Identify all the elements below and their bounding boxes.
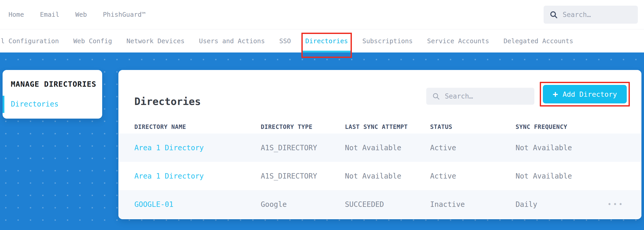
last-sync-attempt-cell: SUCCEEDED [345, 200, 430, 209]
directory-search[interactable] [426, 88, 534, 105]
column-header-directory-name: DIRECTORY NAME [134, 123, 261, 130]
page-title: Directories [134, 96, 201, 107]
annotation-box-add-directory: + Add Directory [540, 82, 630, 107]
last-sync-attempt-cell: Not Available [345, 172, 430, 180]
sync-frequency-cell: Daily [516, 200, 606, 209]
add-directory-button[interactable]: + Add Directory [543, 85, 627, 103]
sync-frequency-cell: Not Available [516, 172, 606, 180]
top-nav-items: HomeEmailWebPhishGuard™ [8, 11, 145, 18]
directory-name-link[interactable]: Area 1 Directory [134, 144, 261, 152]
nav-item-email[interactable]: Email [40, 11, 59, 18]
tab-label: Users and Actions [199, 37, 265, 45]
settings-tab-bar: l ConfigurationWeb ConfigNetwork Devices… [0, 29, 644, 52]
tab-label: Delegated Accounts [503, 37, 573, 45]
tab-service-accounts[interactable]: Service Accounts [427, 29, 489, 52]
column-header-sync-frequency: SYNC FREQUENCY [516, 123, 606, 130]
directories-card: Directories + Add Directory DIRECTO [118, 70, 641, 219]
card-header: Directories + Add Directory [118, 70, 641, 107]
status-cell: Inactive [430, 200, 516, 209]
table-body: Area 1 DirectoryA1S_DIRECTORYNot Availab… [118, 134, 641, 218]
tab-delegated-accounts[interactable]: Delegated Accounts [503, 29, 573, 52]
side-card-items: Directories [3, 98, 102, 110]
nav-item-phishguard[interactable]: PhishGuard™ [103, 11, 146, 18]
table-header: DIRECTORY NAMEDIRECTORY TYPELAST SYNC AT… [118, 120, 641, 134]
status-cell: Active [430, 144, 516, 152]
search-icon [549, 10, 558, 19]
column-header-last-sync-attempt: LAST SYNC ATTEMPT [345, 123, 430, 130]
table-row: Area 1 DirectoryA1S_DIRECTORYNot Availab… [118, 134, 641, 162]
add-directory-button-label: Add Directory [563, 90, 617, 98]
column-header-status: STATUS [430, 123, 516, 130]
nav-item-home[interactable]: Home [8, 11, 24, 18]
active-tab-underline [303, 51, 351, 52]
tab-label: Web Config [73, 37, 112, 45]
tab-label: Directories [305, 37, 348, 45]
directory-search-input[interactable] [445, 92, 529, 100]
tab-label: Network Devices [126, 37, 185, 45]
directory-type-cell: A1S_DIRECTORY [261, 144, 345, 152]
last-sync-attempt-cell: Not Available [345, 144, 430, 152]
global-search[interactable] [544, 6, 638, 24]
plus-icon: + [553, 90, 558, 99]
tab-sso[interactable]: SSO [279, 29, 291, 52]
card-header-actions: + Add Directory [426, 82, 630, 107]
tab-network-devices[interactable]: Network Devices [126, 29, 185, 52]
tab-directories[interactable]: Directories [305, 29, 348, 52]
tab-users-and-actions[interactable]: Users and Actions [199, 29, 265, 52]
top-nav: HomeEmailWebPhishGuard™ [0, 0, 644, 29]
tab-label: SSO [279, 37, 291, 45]
tab-label: Service Accounts [427, 37, 489, 45]
active-item-bar [3, 96, 4, 113]
directory-name-link[interactable]: GOOGLE-01 [134, 200, 261, 209]
status-cell: Active [430, 172, 516, 180]
directory-type-cell: A1S_DIRECTORY [261, 172, 345, 180]
tab-label: Subscriptions [362, 37, 413, 45]
side-card-title: MANAGE DIRECTORIES [3, 80, 102, 89]
tab-web-config[interactable]: Web Config [73, 29, 112, 52]
tab-label: l Configuration [1, 37, 59, 45]
global-search-input[interactable] [563, 11, 632, 19]
directory-name-link[interactable]: Area 1 Directory [134, 172, 261, 180]
directory-type-cell: Google [261, 200, 345, 209]
row-actions-ellipsis-icon[interactable]: ••• [607, 201, 624, 208]
sidebar-item-directories[interactable]: Directories [3, 98, 102, 110]
column-header-directory-type: DIRECTORY TYPE [261, 123, 345, 130]
tab-l-configuration[interactable]: l Configuration [1, 29, 59, 52]
manage-directories-card: MANAGE DIRECTORIES Directories [3, 70, 102, 119]
nav-item-web[interactable]: Web [75, 11, 87, 18]
sync-frequency-cell: Not Available [516, 144, 606, 152]
content-area: MANAGE DIRECTORIES Directories Directori… [0, 52, 644, 230]
search-icon [432, 92, 440, 100]
table-row: GOOGLE-01GoogleSUCCEEDEDInactiveDaily••• [118, 190, 641, 218]
tab-subscriptions[interactable]: Subscriptions [362, 29, 413, 52]
table-row: Area 1 DirectoryA1S_DIRECTORYNot Availab… [118, 162, 641, 190]
